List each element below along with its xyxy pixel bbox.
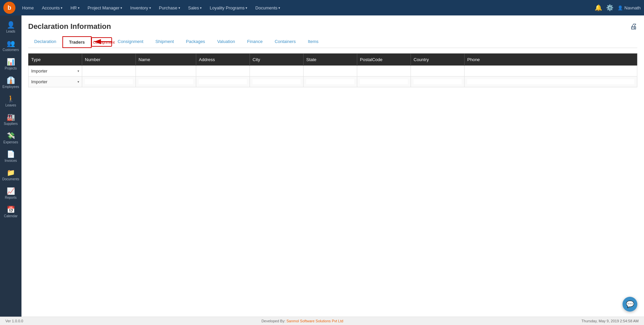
tab-shipment[interactable]: Shipment [149,36,180,48]
traders-table: Type Number Name Address City State Post… [28,53,637,87]
col-type: Type [29,54,82,66]
state-input-2[interactable] [306,79,354,84]
number-cell-2[interactable] [82,77,136,87]
employees-icon: 👔 [7,77,15,84]
sidebar-label-leaves: Leaves [5,103,16,107]
phone-cell-2[interactable] [465,77,637,87]
number-cell-1[interactable] [82,66,136,77]
phone-cell-1[interactable] [465,66,637,77]
tab-containers[interactable]: Containers [269,36,302,48]
suppliers-icon: 🏭 [7,114,15,121]
city-input-1[interactable] [253,68,301,74]
sidebar-label-reports: Reports [5,196,16,199]
address-input-2[interactable] [199,79,247,84]
tab-consignment[interactable]: Consignment [112,36,150,48]
postalcode-input-2[interactable] [360,79,408,84]
expenses-icon: 💸 [7,132,15,139]
reports-icon: 📈 [7,188,15,194]
country-input-1[interactable] [414,68,462,74]
type-select-2[interactable]: Importer Exporter Broker [31,79,77,84]
type-select-1[interactable]: Importer Exporter Broker [31,68,77,74]
sidebar-item-employees[interactable]: 👔 Employees [0,74,21,92]
state-cell-2[interactable] [304,77,357,87]
tab-declaration[interactable]: Declaration [28,36,62,48]
user-menu[interactable]: 👤 Navnath [618,5,641,10]
postalcode-cell-2[interactable] [357,77,411,87]
sidebar-item-calendar[interactable]: 📅 Calendar [0,203,21,221]
nav-home[interactable]: Home [19,3,37,12]
developer-link[interactable]: Sanmol Software Solutions Pvt Ltd [286,319,343,323]
leaves-icon: 🚶 [7,95,15,102]
type-cell-1[interactable]: Importer Exporter Broker ▾ [29,66,82,77]
sidebar-item-invoices[interactable]: 📄 Invoices [0,147,21,166]
tab-packages[interactable]: Packages [180,36,211,48]
address-cell-1[interactable] [196,66,250,77]
dropdown-arrow-2: ▾ [77,80,79,84]
sidebar-label-suppliers: Suppliers [4,122,18,126]
sidebar-item-leaves[interactable]: 🚶 Leaves [0,92,21,110]
country-cell-1[interactable] [411,66,465,77]
chat-bubble[interactable]: 💬 [623,297,637,312]
nav-documents[interactable]: Documents [252,3,283,12]
address-input-1[interactable] [199,68,247,74]
print-icon[interactable]: 🖨 [630,22,637,31]
postalcode-cell-1[interactable] [357,66,411,77]
sidebar-item-suppliers[interactable]: 🏭 Suppliers [0,110,21,129]
app-logo[interactable]: b [3,2,15,14]
sidebar-item-reports[interactable]: 📈 Reports [0,184,21,203]
tab-items[interactable]: Items [302,36,325,48]
number-input-1[interactable] [85,68,133,74]
country-input-2[interactable] [414,79,462,84]
nav-accounts[interactable]: Accounts [39,3,66,12]
sidebar-label-leads: Leads [6,30,15,33]
sidebar-item-expenses[interactable]: 💸 Expenses [0,129,21,147]
timestamp: Thursday, May 9, 2019 2:54:58 AM [582,319,639,323]
phone-input-2[interactable] [467,79,634,84]
country-cell-2[interactable] [411,77,465,87]
nav-hr[interactable]: HR [67,3,83,12]
nav-inventory[interactable]: Inventory [127,3,154,12]
nav-sales[interactable]: Sales [185,3,205,12]
nav-project-manager[interactable]: Project Manager [84,3,125,12]
address-cell-2[interactable] [196,77,250,87]
invoices-icon: 📄 [7,151,15,157]
city-cell-1[interactable] [250,66,304,77]
user-name: Navnath [625,5,641,10]
version-text: Ver 1.0.0.0 [5,319,23,323]
customers-icon: 👥 [7,40,15,47]
name-input-1[interactable] [139,68,193,74]
documents-icon: 📁 [7,169,15,176]
tab-valuation[interactable]: Valuation [211,36,241,48]
number-input-2[interactable] [85,79,133,84]
sidebar-item-documents[interactable]: 📁 Documents [0,166,21,184]
sidebar-item-customers[interactable]: 👥 Customers [0,37,21,55]
main-layout: 👤 Leads 👥 Customers 📊 Projects 👔 Employe… [0,15,644,317]
sidebar-label-projects: Projects [5,66,17,70]
sidebar-item-projects[interactable]: 📊 Projects [0,55,21,74]
phone-input-1[interactable] [467,68,634,74]
name-input-2[interactable] [139,79,193,84]
tab-traders[interactable]: Traders [62,36,92,48]
postalcode-input-1[interactable] [360,68,408,74]
state-cell-1[interactable] [304,66,357,77]
leads-icon: 👤 [7,21,15,28]
projects-icon: 📊 [7,58,15,65]
name-cell-1[interactable] [136,66,196,77]
table-row: Importer Exporter Broker ▾ [29,66,637,77]
nav-loyalty[interactable]: Loyality Programs [206,3,251,12]
city-input-2[interactable] [253,79,301,84]
type-cell-2[interactable]: Importer Exporter Broker ▾ [29,77,82,87]
name-cell-2[interactable] [136,77,196,87]
sidebar-label-customers: Customers [3,48,19,52]
navbar-right: 🔔 ⚙️ 👤 Navnath [595,4,641,11]
notification-icon[interactable]: 🔔 [595,4,602,11]
state-input-1[interactable] [306,68,354,74]
annotation-container: Declaration Traders Co [28,36,637,48]
col-city: City [250,54,304,66]
tab-finance[interactable]: Finance [241,36,269,48]
col-country: Country [411,54,465,66]
city-cell-2[interactable] [250,77,304,87]
settings-icon[interactable]: ⚙️ [606,4,613,11]
nav-purchase[interactable]: Purchase [156,3,183,12]
sidebar-item-leads[interactable]: 👤 Leads [0,18,21,37]
